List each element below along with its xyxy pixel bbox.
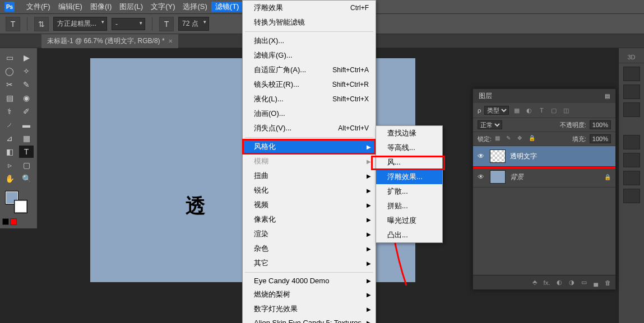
tab-3d[interactable]: 3D (619, 52, 644, 63)
link-layers-icon[interactable]: ⬘ (532, 279, 537, 286)
adjustment-icon[interactable]: ◑ (569, 279, 574, 286)
tool-3[interactable]: ✧ (19, 65, 34, 77)
fill-value[interactable]: 100% (590, 134, 611, 143)
orientation-icon[interactable]: ⇅ (34, 17, 49, 31)
tool-7[interactable]: ◉ (19, 92, 34, 104)
lock-transparency-icon[interactable]: ▦ (495, 135, 503, 143)
tool-17[interactable]: ▢ (19, 159, 34, 171)
font-size-select[interactable]: 72 点 (178, 17, 209, 31)
submenu-item[interactable]: 风... (376, 155, 442, 170)
panel-icon[interactable] (623, 135, 640, 149)
panel-menu-icon[interactable]: ▤ (605, 93, 610, 99)
panel-icon[interactable] (623, 189, 640, 203)
menu-item[interactable]: 锐化▶ (243, 183, 376, 198)
menu-item[interactable]: 燃烧的梨树▶ (243, 287, 376, 302)
menu-item[interactable]: 视频▶ (243, 198, 376, 212)
menu-item[interactable]: 杂色▶ (243, 241, 376, 256)
visibility-icon[interactable]: 👁 (478, 152, 485, 160)
blend-mode-select[interactable]: 正常 (478, 120, 502, 129)
tool-preset-icon[interactable]: T (6, 17, 20, 31)
tool-8[interactable]: ⚕ (2, 105, 17, 118)
panel-icon[interactable] (623, 85, 640, 99)
tool-6[interactable]: ▤ (2, 92, 17, 104)
menu-item[interactable]: 数字灯光效果▶ (243, 302, 376, 316)
font-family-select[interactable]: 方正超粗黑... (53, 17, 107, 31)
close-tab-icon[interactable]: ✕ (168, 38, 173, 44)
layer-thumbnail[interactable] (490, 149, 506, 163)
lock-paint-icon[interactable]: ✎ (506, 135, 514, 143)
tool-13[interactable]: ▦ (19, 132, 34, 144)
layer-thumbnail[interactable] (490, 170, 506, 184)
menu-item[interactable]: 其它▶ (243, 256, 376, 270)
menu-6[interactable]: 滤镜(T) (211, 2, 243, 12)
menu-3[interactable]: 图层(L) (115, 2, 147, 12)
menu-item[interactable]: 浮雕效果Ctrl+F (243, 1, 376, 15)
menu-0[interactable]: 文件(F) (22, 2, 54, 12)
panel-icon[interactable] (623, 153, 640, 167)
tool-19[interactable]: 🔍 (19, 172, 34, 185)
menu-item[interactable]: 风格化▶ (243, 139, 376, 154)
opacity-value[interactable]: 100% (590, 120, 611, 129)
layer-kind-select[interactable]: 类型 (484, 106, 509, 115)
tool-15[interactable]: T (19, 146, 34, 158)
layer-item[interactable]: 👁透明文字 (473, 146, 615, 167)
new-layer-icon[interactable]: ▄ (594, 279, 598, 286)
submenu-item[interactable]: 浮雕效果... (376, 170, 442, 184)
menu-item[interactable]: 滤镜库(G)... (243, 48, 376, 63)
tool-4[interactable]: ✂ (2, 78, 17, 91)
background-swatch[interactable] (15, 200, 27, 213)
tool-12[interactable]: ⊿ (2, 132, 17, 144)
mask-icon[interactable]: ◐ (557, 279, 562, 286)
fx-icon[interactable]: fx. (544, 279, 550, 286)
lock-all-icon[interactable]: 🔒 (529, 135, 536, 143)
menu-item[interactable]: 扭曲▶ (243, 168, 376, 183)
submenu-item[interactable]: 等高线... (376, 141, 442, 155)
submenu-item[interactable]: 凸出... (376, 228, 442, 242)
panel-icon[interactable] (623, 67, 640, 81)
tool-0[interactable]: ▭ (2, 52, 17, 64)
submenu-item[interactable]: 扩散... (376, 184, 442, 199)
menu-item[interactable]: 镜头校正(R)...Shift+Ctrl+R (243, 77, 376, 92)
menu-1[interactable]: 编辑(E) (54, 2, 86, 12)
tool-11[interactable]: ▬ (19, 119, 34, 131)
menu-item[interactable]: 液化(L)...Shift+Ctrl+X (243, 92, 376, 106)
tool-1[interactable]: ▶ (19, 52, 34, 64)
visibility-icon[interactable]: 👁 (478, 173, 485, 181)
panel-icon[interactable] (623, 102, 640, 117)
menu-item[interactable]: 消失点(V)...Alt+Ctrl+V (243, 121, 376, 135)
submenu-item[interactable]: 拼贴... (376, 199, 442, 213)
tool-10[interactable]: ⟋ (2, 119, 17, 131)
menu-5[interactable]: 选择(S) (179, 2, 211, 12)
document-tab[interactable]: 未标题-1 @ 66.7% (透明文字, RGB/8) * ✕ (41, 34, 178, 48)
delete-layer-icon[interactable]: 🗑 (605, 279, 611, 286)
panel-icon[interactable] (623, 171, 640, 185)
tool-18[interactable]: ✋ (2, 172, 17, 185)
menu-item[interactable]: 自适应广角(A)...Shift+Ctrl+A (243, 63, 376, 77)
menu-item[interactable]: 抽出(X)... (243, 34, 376, 48)
quick-mask-icon[interactable] (2, 218, 35, 225)
tool-14[interactable]: ◧ (2, 146, 17, 158)
filter-pixel-icon[interactable]: ▦ (512, 106, 521, 115)
filter-smart-icon[interactable]: ◫ (562, 106, 571, 115)
menu-item[interactable]: 像素化▶ (243, 212, 376, 227)
font-style-select[interactable]: - (112, 18, 145, 30)
tool-16[interactable]: ▹ (2, 159, 17, 171)
group-icon[interactable]: ▭ (581, 279, 587, 286)
menu-item[interactable]: 渲染▶ (243, 227, 376, 241)
filter-adjust-icon[interactable]: ◐ (525, 106, 534, 115)
submenu-item[interactable]: 曝光过度 (376, 213, 442, 228)
menu-item[interactable]: 油画(O)... (243, 106, 376, 121)
filter-shape-icon[interactable]: ▢ (549, 106, 558, 115)
menu-item[interactable]: 转换为智能滤镜 (243, 15, 376, 30)
filter-type-icon[interactable]: T (537, 106, 546, 115)
menu-2[interactable]: 图像(I) (86, 2, 115, 12)
lock-position-icon[interactable]: ✥ (517, 135, 525, 143)
menu-item[interactable]: Alien Skin Eye Candy 5: Textures▶ (243, 316, 376, 323)
submenu-item[interactable]: 查找边缘 (376, 126, 442, 141)
tool-5[interactable]: ✎ (19, 78, 34, 91)
tool-9[interactable]: ✐ (19, 105, 34, 118)
menu-4[interactable]: 文字(Y) (147, 2, 179, 12)
menu-item[interactable]: Eye Candy 4000 Demo▶ (243, 274, 376, 287)
layer-item[interactable]: 👁背景🔒 (473, 167, 615, 188)
tool-2[interactable]: ◯ (2, 65, 17, 77)
